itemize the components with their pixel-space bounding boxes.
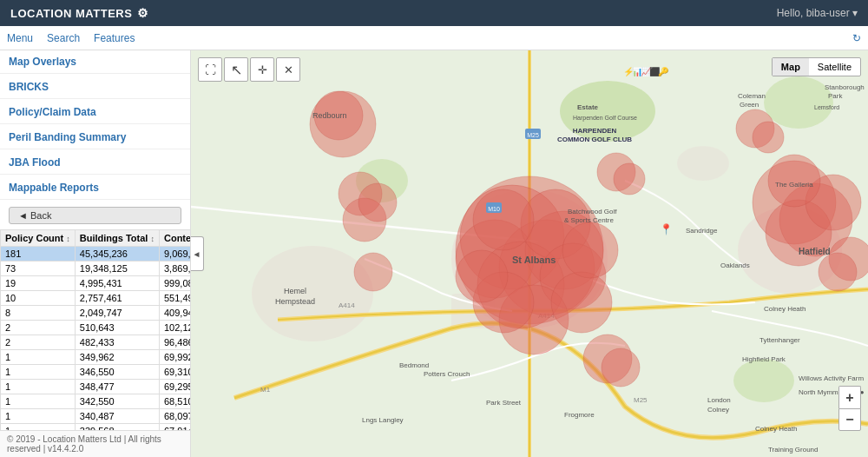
nav-refresh-icon[interactable]: ↻ bbox=[852, 32, 861, 44]
svg-point-28 bbox=[310, 91, 376, 157]
table-row[interactable]: 18145,345,2369,069,053 bbox=[1, 247, 191, 262]
user-greeting[interactable]: Hello, biba-user ▾ bbox=[777, 7, 858, 19]
sidebar-peril-banding[interactable]: Peril Banding Summary bbox=[0, 126, 190, 147]
sidebar-bricks[interactable]: BRICKS bbox=[0, 76, 190, 96]
cell-policy-count: 1 bbox=[1, 409, 76, 424]
main-layout: Map Overlays BRICKS Policy/Claim Data Pe… bbox=[0, 50, 868, 457]
svg-text:⚡: ⚡ bbox=[623, 66, 635, 77]
svg-text:The Galleria: The Galleria bbox=[775, 181, 813, 189]
map-container[interactable]: A414 A414 M25 M1 bbox=[191, 50, 868, 457]
svg-text:Training Ground: Training Ground bbox=[768, 446, 819, 454]
sidebar-jba-flood[interactable]: JBA Flood bbox=[0, 151, 190, 172]
cell-buildings-total: 339,568 bbox=[75, 424, 159, 431]
topbar: LOCATION MATTERS ⚙ Hello, biba-user ▾ bbox=[0, 0, 868, 26]
cell-policy-count: 1 bbox=[1, 424, 76, 431]
table-row[interactable]: 1348,47769,295 bbox=[1, 380, 191, 394]
svg-text:Sandridge: Sandridge bbox=[686, 227, 718, 235]
svg-text:Tyttenhanger: Tyttenhanger bbox=[760, 336, 800, 344]
nav-search[interactable]: Search bbox=[47, 32, 80, 44]
svg-text:Estate: Estate bbox=[577, 103, 599, 111]
cell-contents-total: 69,310 bbox=[159, 365, 190, 380]
svg-point-23 bbox=[499, 285, 569, 354]
svg-text:M25: M25 bbox=[634, 396, 648, 404]
svg-point-5 bbox=[677, 146, 729, 181]
svg-text:Stanborough: Stanborough bbox=[825, 83, 865, 91]
svg-point-21 bbox=[473, 189, 534, 250]
cell-buildings-total: 45,345,236 bbox=[75, 247, 159, 262]
svg-text:📈: 📈 bbox=[641, 66, 652, 77]
back-button[interactable]: ◄ Back bbox=[9, 207, 181, 224]
col-contents-total[interactable]: Contents Total ↑ bbox=[159, 230, 190, 247]
svg-text:Harpenden Golf Course: Harpenden Golf Course bbox=[573, 115, 637, 122]
cell-policy-count: 1 bbox=[1, 365, 76, 380]
sidebar-policy-claim[interactable]: Policy/Claim Data bbox=[0, 101, 190, 122]
app-title-bar: LOCATION MATTERS ⚙ bbox=[10, 6, 149, 20]
zoom-in-button[interactable]: + bbox=[838, 386, 861, 408]
table-row[interactable]: 82,049,747409,949 bbox=[1, 306, 191, 321]
zoom-out-button[interactable]: − bbox=[838, 408, 861, 431]
table-row[interactable]: 102,757,461551,493 bbox=[1, 291, 191, 306]
cell-buildings-total: 510,643 bbox=[75, 321, 159, 335]
cell-contents-total: 67,914 bbox=[159, 424, 190, 431]
svg-text:Batchwood Golf: Batchwood Golf bbox=[568, 208, 617, 215]
svg-text:🔑: 🔑 bbox=[658, 66, 669, 77]
table-row[interactable]: 1342,55068,510 bbox=[1, 394, 191, 409]
col-policy-count[interactable]: Policy Count ↕ bbox=[1, 230, 76, 247]
svg-point-31 bbox=[343, 198, 386, 242]
cell-policy-count: 19 bbox=[1, 276, 76, 291]
svg-point-36 bbox=[766, 200, 832, 266]
cell-policy-count: 8 bbox=[1, 306, 76, 321]
map-type-satellite-button[interactable]: Satellite bbox=[809, 58, 860, 76]
table-row[interactable]: 194,995,431999,086 bbox=[1, 276, 191, 291]
cell-contents-total: 68,097 bbox=[159, 409, 190, 424]
cell-buildings-total: 349,962 bbox=[75, 350, 159, 365]
sidebar-mappable-reports[interactable]: Mappable Reports bbox=[0, 176, 190, 197]
sidebar-map-overlays[interactable]: Map Overlays bbox=[0, 50, 190, 71]
svg-point-45 bbox=[583, 334, 632, 383]
cell-policy-count: 181 bbox=[1, 247, 76, 262]
cell-policy-count: 73 bbox=[1, 262, 76, 276]
fullscreen-tool-button[interactable]: ⛶ bbox=[198, 57, 222, 82]
svg-text:Hemel: Hemel bbox=[284, 287, 306, 295]
table-row[interactable]: 1349,96269,992 bbox=[1, 350, 191, 365]
table-row[interactable]: 2482,43396,486 bbox=[1, 335, 191, 350]
cell-policy-count: 1 bbox=[1, 350, 76, 365]
svg-point-3 bbox=[252, 246, 373, 341]
svg-point-9 bbox=[764, 76, 833, 129]
nav-features[interactable]: Features bbox=[94, 32, 135, 44]
table-row[interactable]: 7319,348,1253,869,622 bbox=[1, 262, 191, 276]
table-row[interactable]: 1340,48768,097 bbox=[1, 409, 191, 424]
pan-tool-button[interactable]: ✛ bbox=[250, 57, 274, 82]
svg-text:📍: 📍 bbox=[660, 222, 673, 235]
gear-icon: ⚙ bbox=[137, 6, 149, 20]
table-row[interactable]: 2510,643102,129 bbox=[1, 321, 191, 335]
sidebar-collapse-button[interactable]: ◄ bbox=[191, 236, 204, 271]
cell-contents-total: 102,129 bbox=[159, 321, 190, 335]
svg-point-41 bbox=[736, 109, 774, 148]
cell-contents-total: 96,486 bbox=[159, 335, 190, 350]
svg-rect-80 bbox=[486, 202, 502, 213]
nav-menu[interactable]: Menu bbox=[7, 32, 33, 44]
svg-text:Highfield Park: Highfield Park bbox=[742, 355, 786, 363]
clear-tool-button[interactable]: ✕ bbox=[276, 57, 300, 82]
cell-buildings-total: 348,477 bbox=[75, 380, 159, 394]
map-type-map-button[interactable]: Map bbox=[773, 58, 809, 76]
col-buildings-total[interactable]: Buildings Total ↕ bbox=[75, 230, 159, 247]
pointer-tool-button[interactable]: ↖ bbox=[224, 57, 248, 82]
svg-point-16 bbox=[499, 220, 595, 315]
table-row[interactable]: 1346,55069,310 bbox=[1, 365, 191, 380]
table-row[interactable]: 1339,56867,914 bbox=[1, 424, 191, 431]
sidebar: Map Overlays BRICKS Policy/Claim Data Pe… bbox=[0, 50, 191, 457]
svg-point-27 bbox=[562, 222, 618, 278]
svg-text:Park: Park bbox=[828, 92, 843, 100]
svg-point-37 bbox=[806, 175, 861, 230]
svg-text:Willows Activity Farm: Willows Activity Farm bbox=[799, 374, 864, 382]
svg-text:Green: Green bbox=[740, 101, 759, 109]
svg-point-39 bbox=[829, 237, 868, 281]
svg-text:Coleman: Coleman bbox=[738, 92, 766, 100]
svg-text:📊: 📊 bbox=[632, 66, 643, 77]
cell-buildings-total: 2,049,747 bbox=[75, 306, 159, 321]
svg-point-30 bbox=[339, 172, 382, 215]
app-title: LOCATION MATTERS bbox=[10, 7, 132, 20]
cell-contents-total: 3,869,622 bbox=[159, 262, 190, 276]
